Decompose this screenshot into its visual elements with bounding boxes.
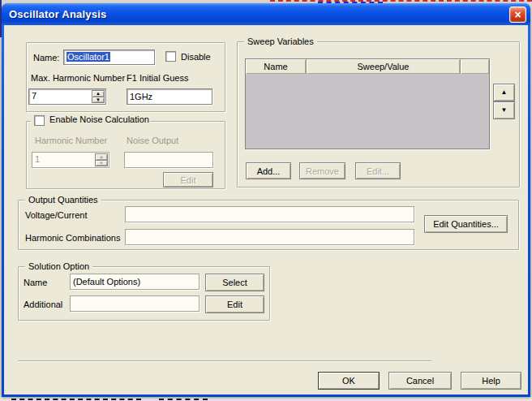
dialog-title: Oscillator Analysis: [9, 8, 106, 20]
background-bottom-dashes: [159, 399, 208, 400]
cancel-button[interactable]: Cancel: [388, 372, 452, 390]
solution-edit-button[interactable]: Edit: [205, 295, 264, 313]
noise-output-label: Noise Output: [127, 136, 178, 145]
screen: Oscillator Analysis × Name: Oscillator1 …: [0, 0, 532, 401]
spin-up-button[interactable]: ▲: [92, 90, 105, 97]
max-harmonic-value: 7: [32, 91, 36, 101]
table-header-row: Name Sweep/Value: [246, 59, 489, 74]
title-bar[interactable]: Oscillator Analysis: [2, 3, 530, 25]
noise-legend: Enable Noise Calculation: [31, 115, 150, 126]
name-input-selected-text: Oscillator1: [66, 52, 110, 62]
dialog-body: Name: Oscillator1 Disable Max. Harmonic …: [4, 25, 528, 395]
move-down-button[interactable]: ▼: [493, 101, 515, 119]
sweep-variables-group: Sweep Variables Name Sweep/Value ▲ ▼ Add…: [237, 41, 520, 188]
max-harmonic-spinner[interactable]: 7 ▲ ▼: [28, 88, 106, 105]
up-arrow-icon: ▲: [99, 154, 104, 159]
voltage-current-label: Voltage/Current: [25, 210, 87, 220]
voltage-current-input[interactable]: [125, 206, 414, 222]
enable-noise-label: Enable Noise Calculation: [49, 114, 149, 124]
dialog-window: Oscillator Analysis × Name: Oscillator1 …: [2, 3, 530, 397]
solution-option-group: Solution Option Name Select Additional E…: [18, 266, 270, 321]
name-input[interactable]: Oscillator1: [63, 50, 155, 65]
sweep-variables-title: Sweep Variables: [244, 37, 317, 47]
disable-checkbox[interactable]: [165, 51, 176, 62]
noise-edit-button: Edit: [163, 172, 213, 188]
enable-noise-checkbox[interactable]: [34, 115, 45, 126]
background-red-dashed-line: [270, 0, 532, 2]
disable-label: Disable: [181, 52, 211, 62]
add-button[interactable]: Add...: [246, 162, 291, 179]
noise-output-input: [124, 152, 213, 168]
harmonic-combinations-label: Harmonic Combinations: [25, 233, 120, 243]
up-arrow-icon: ▲: [96, 91, 101, 96]
remove-button: Remove: [299, 162, 345, 179]
down-arrow-icon: ▼: [96, 97, 101, 102]
harmonic-number-spinner: 1 ▲ ▼: [32, 152, 109, 168]
output-quantities-title: Output Quantities: [25, 195, 101, 205]
solution-option-title: Solution Option: [25, 261, 92, 272]
spinner-buttons: ▲ ▼: [95, 153, 108, 166]
additional-input[interactable]: [70, 295, 200, 312]
general-group: Name: Oscillator1 Disable Max. Harmonic …: [26, 42, 225, 112]
close-icon: ×: [514, 9, 521, 20]
solution-name-label: Name: [24, 278, 47, 287]
spin-up-button: ▲: [95, 153, 108, 161]
f1-initial-guess-input[interactable]: [127, 88, 212, 105]
column-header-name[interactable]: Name: [246, 59, 307, 74]
footer-divider: [18, 360, 431, 362]
additional-label: Additional: [24, 300, 62, 309]
edit-quantities-button[interactable]: Edit Quantities...: [424, 215, 508, 233]
help-button[interactable]: Help: [461, 372, 521, 390]
output-quantities-group: Output Quantities Voltage/Current Harmon…: [18, 200, 519, 250]
harmonic-number-value: 1: [35, 154, 40, 164]
down-arrow-icon: ▼: [501, 107, 508, 114]
sweep-variables-table[interactable]: Name Sweep/Value: [245, 58, 490, 149]
f1-initial-guess-label: F1 Initial Guess: [127, 73, 188, 83]
down-arrow-icon: ▼: [99, 161, 104, 166]
max-harmonic-label: Max. Harmonic Number: [31, 73, 125, 83]
ok-button[interactable]: OK: [318, 372, 380, 390]
background-bottom-dashes: [11, 399, 141, 400]
select-button[interactable]: Select: [205, 274, 264, 291]
spin-down-button[interactable]: ▼: [92, 97, 105, 104]
close-button[interactable]: ×: [509, 6, 526, 23]
spinner-buttons: ▲ ▼: [92, 90, 105, 103]
spin-down-button: ▼: [95, 161, 108, 167]
name-label: Name:: [33, 53, 59, 63]
column-header-blank[interactable]: [461, 59, 489, 74]
up-arrow-icon: ▲: [501, 89, 508, 96]
noise-group: Enable Noise Calculation Harmonic Number…: [26, 121, 225, 189]
column-header-sweep-value[interactable]: Sweep/Value: [307, 59, 461, 74]
move-up-button[interactable]: ▲: [493, 84, 515, 101]
harmonic-number-label: Harmonic Number: [35, 136, 107, 145]
harmonic-combinations-input[interactable]: [125, 229, 414, 245]
sweep-edit-button: Edit...: [355, 162, 401, 179]
solution-name-input[interactable]: [70, 274, 200, 290]
